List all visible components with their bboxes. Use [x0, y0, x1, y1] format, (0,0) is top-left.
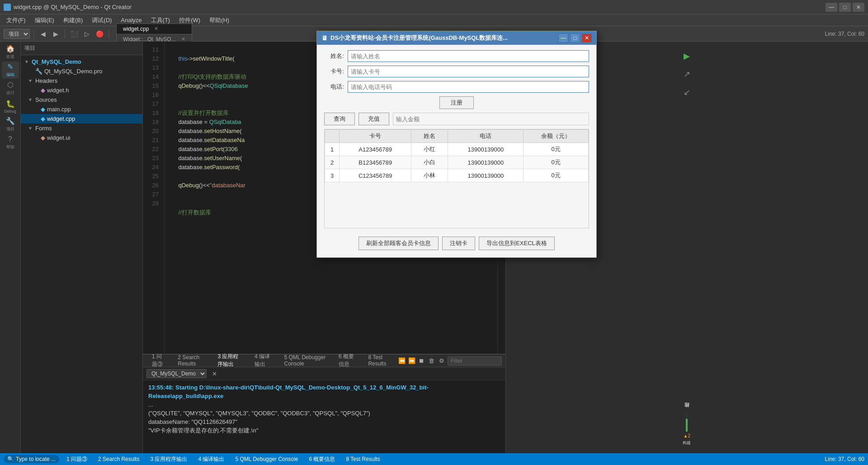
- query-button[interactable]: 查询: [324, 113, 355, 125]
- col-phone: 电话: [448, 130, 524, 143]
- status-search[interactable]: 2 Search Results: [94, 456, 143, 462]
- phone-input[interactable]: [348, 81, 589, 93]
- dialog-body: 姓名: 卡号: 电话: 注册 查询: [317, 45, 596, 257]
- tree-item-pro[interactable]: 🔧 Qt_MySQL_Demo.pro: [21, 66, 142, 76]
- step-in-button[interactable]: ↙: [679, 85, 694, 100]
- output-clear[interactable]: 🗑: [428, 357, 436, 365]
- status-bar: 🔍 Type to locate ... 1 问题③ 2 Search Resu…: [0, 453, 868, 465]
- tree-folder-sources[interactable]: ▼ Sources: [21, 95, 142, 104]
- recharge-button[interactable]: 充值: [359, 113, 389, 125]
- dialog-app-icon: 🖥: [321, 34, 328, 42]
- activity-welcome[interactable]: 🏠 欢迎: [2, 43, 19, 61]
- minimize-button[interactable]: —: [826, 3, 837, 12]
- window-title: widget.cpp @ Qt_MySQL_Demo - Qt Creator: [14, 4, 132, 10]
- status-qml[interactable]: 5 QML Debugger Console: [232, 456, 302, 462]
- table-row[interactable]: 1 A123456789 小红 13900139000 0元: [325, 143, 589, 156]
- status-problems[interactable]: 1 问题③: [63, 456, 91, 463]
- tab-test-results[interactable]: 8 Test Results: [363, 353, 396, 369]
- card-label: 卡号:: [324, 67, 344, 76]
- status-right: Line: 37, Col: 60: [825, 456, 864, 462]
- status-overview[interactable]: 6 概要信息: [305, 456, 339, 463]
- toolbar-debug-build[interactable]: ▷: [81, 28, 92, 39]
- table-row[interactable]: 2 B123456789 小白 13900139000 0元: [325, 156, 589, 169]
- pro-file-icon: 🔧: [35, 68, 42, 75]
- activity-edit[interactable]: ✎ 编辑: [2, 62, 19, 79]
- dialog-title-bar: 🖥 DS小龙哥资料站-会员卡注册管理系统(GaussDB-MySQL数据库连..…: [317, 31, 596, 45]
- activity-project[interactable]: 🔧 项目: [2, 116, 19, 133]
- tree-item-main-cpp[interactable]: ◆ main.cpp: [21, 104, 142, 114]
- output-stop[interactable]: ⏹: [418, 357, 426, 365]
- output-close-tab[interactable]: ✕: [210, 370, 218, 378]
- project-selector[interactable]: 项目: [4, 29, 30, 39]
- forms-label: Forms: [35, 125, 52, 132]
- row2-num: 2: [325, 156, 340, 169]
- tree-project-root[interactable]: ▼ Qt_MySQL_Demo: [21, 57, 142, 66]
- tab-qml-debug[interactable]: 5 QML Debugger Console: [279, 353, 332, 369]
- refresh-button[interactable]: 刷新全部顾客会员卡信息: [359, 237, 439, 250]
- activity-debug[interactable]: 🐛 Debug: [2, 98, 19, 115]
- output-line-3: ("QSQLITE", "QMYSQL", "QMYSQL3", "QODBC"…: [148, 409, 500, 418]
- run-button[interactable]: ▶: [679, 49, 694, 63]
- bottom-tabs: 1 问题③ 2 Search Results 3 应用程序输出 4 编译输出 5…: [143, 355, 505, 367]
- sidebar-run-buttons: ▶ ↗ ↙: [679, 45, 694, 103]
- card-input[interactable]: [348, 66, 589, 77]
- output-tab-selector[interactable]: Qt_MySQL_Demo: [146, 369, 207, 378]
- col-name: 姓名: [411, 130, 448, 143]
- step-over-button[interactable]: ↗: [679, 67, 694, 81]
- toolbar-build[interactable]: ⬛: [69, 28, 80, 39]
- help-icon: ?: [8, 135, 12, 143]
- menu-debug[interactable]: 调试(D): [87, 15, 116, 25]
- type-to-locate[interactable]: Type to locate ...: [16, 456, 56, 462]
- output-gear[interactable]: ⚙: [438, 357, 446, 365]
- row3-balance: 0元: [524, 169, 589, 182]
- tab-search[interactable]: 2 Search Results: [172, 353, 211, 369]
- filter-input[interactable]: [448, 356, 502, 365]
- amount-input[interactable]: [393, 113, 589, 125]
- status-app-output[interactable]: 3 应用程序输出: [146, 456, 191, 463]
- menu-file[interactable]: 文件(F): [2, 15, 30, 25]
- card-row: 卡号:: [324, 66, 589, 77]
- row2-balance: 0元: [524, 156, 589, 169]
- toolbar-separator3: [108, 29, 109, 38]
- design-icon: ⬡: [7, 81, 14, 89]
- editor-tab-close[interactable]: ✕: [154, 26, 158, 32]
- tree-item-widget-h[interactable]: ◆ widget.h: [21, 85, 142, 95]
- row3-name: 小林: [411, 169, 448, 182]
- menu-edit[interactable]: 编辑(E): [30, 15, 59, 25]
- activity-design[interactable]: ⬡ 设计: [2, 80, 19, 97]
- status-tests[interactable]: 8 Test Results: [342, 456, 383, 462]
- menu-help[interactable]: 帮助(H): [205, 15, 234, 25]
- col-card: 卡号: [340, 130, 411, 143]
- output-header: Qt_MySQL_Demo ✕: [143, 367, 505, 380]
- close-button[interactable]: ✕: [853, 3, 864, 12]
- menu-build[interactable]: 构建(B): [59, 15, 87, 25]
- dialog-maximize-button[interactable]: □: [570, 33, 580, 43]
- table-row[interactable]: 3 C123456789 小林 13900139000 0元: [325, 169, 589, 182]
- output-step-fwd[interactable]: ⏩: [408, 357, 416, 365]
- member-dialog: 🖥 DS小龙哥资料站-会员卡注册管理系统(GaussDB-MySQL数据库连..…: [316, 31, 597, 258]
- toolbar-forward[interactable]: ▶: [50, 28, 61, 39]
- dialog-minimize-button[interactable]: —: [558, 33, 568, 43]
- dialog-close-button[interactable]: ✕: [582, 33, 592, 43]
- activity-help[interactable]: ? 帮助: [2, 134, 19, 151]
- name-row: 姓名:: [324, 50, 589, 62]
- row3-num: 3: [325, 169, 340, 182]
- action-row: 查询 充值: [324, 113, 589, 125]
- tree-item-widget-ui[interactable]: ◆ widget.ui: [21, 133, 142, 142]
- toolbar-back[interactable]: ◀: [38, 28, 48, 39]
- tree-folder-headers[interactable]: ▼ Headers: [21, 76, 142, 85]
- row1-card: A123456789: [340, 143, 411, 156]
- title-bar-left: widget.cpp @ Qt_MySQL_Demo - Qt Creator: [4, 4, 132, 11]
- toolbar-stop[interactable]: 🔴: [94, 28, 105, 39]
- export-button[interactable]: 导出信息到EXECL表格: [479, 237, 555, 250]
- status-compile[interactable]: 4 编译输出: [194, 456, 228, 463]
- output-step-back[interactable]: ⏪: [398, 357, 406, 365]
- register-button[interactable]: 注册: [439, 96, 474, 109]
- maximize-button[interactable]: □: [839, 3, 851, 12]
- name-input[interactable]: [348, 50, 589, 62]
- tree-item-widget-cpp[interactable]: ◆ widget.cpp: [21, 114, 142, 123]
- register-row: 注册: [324, 96, 589, 109]
- tree-folder-forms[interactable]: ▼ Forms: [21, 123, 142, 133]
- editor-tab-widget-cpp[interactable]: widget.cpp ✕: [116, 24, 192, 34]
- cancel-card-button[interactable]: 注销卡: [442, 237, 475, 250]
